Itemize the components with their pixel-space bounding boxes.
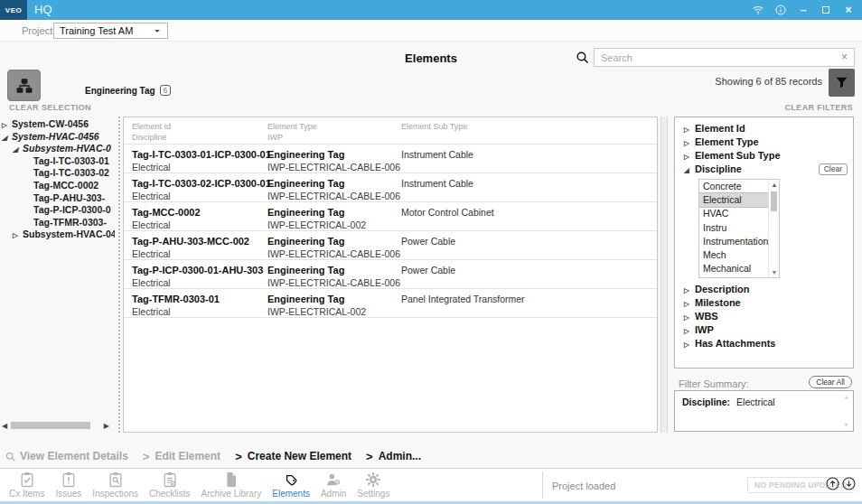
column-header[interactable]: Element Id: [132, 122, 171, 131]
filter-group[interactable]: Has Attachments: [675, 337, 853, 350]
clear-filters-link[interactable]: CLEAR FILTERS: [784, 103, 853, 112]
upload-button[interactable]: [825, 476, 840, 491]
filter-group[interactable]: Element Id: [675, 122, 853, 135]
filter-summary-box: Discipline:Electrical ▲ ▼: [674, 390, 854, 432]
tree-node[interactable]: System-HVAC-0456: [0, 131, 115, 144]
toolbar-item[interactable]: Inspections: [87, 471, 144, 499]
scrollbar-thumb[interactable]: [771, 191, 777, 211]
scrollbar-thumb[interactable]: [11, 422, 90, 429]
expander-icon[interactable]: [684, 297, 695, 311]
table-row[interactable]: Tag-I-TC-0303-01-ICP-0300-01 Engineering…: [124, 144, 657, 173]
filter-group[interactable]: IWP: [675, 323, 853, 337]
column-header[interactable]: Discipline: [132, 133, 167, 142]
filter-group[interactable]: Description: [675, 283, 853, 296]
tree-node[interactable]: Tag-MCC-0002: [0, 180, 115, 192]
scroll-down-icon[interactable]: ▼: [769, 269, 780, 275]
tree-expander-icon[interactable]: [2, 119, 12, 131]
column-header[interactable]: IWP: [267, 133, 283, 142]
close-button[interactable]: ×: [842, 4, 855, 16]
tree-horizontal-scrollbar[interactable]: ◀ ▶: [0, 421, 115, 431]
filter-group[interactable]: Element Type: [675, 135, 853, 149]
discipline-option[interactable]: Instru: [699, 221, 779, 235]
minimize-button[interactable]: –: [797, 4, 810, 16]
hierarchy-view-button[interactable]: [7, 70, 41, 101]
listbox-scrollbar[interactable]: ▲ ▼: [768, 180, 779, 277]
filter-toggle-button[interactable]: [829, 69, 855, 97]
expander-icon[interactable]: [684, 150, 695, 163]
tree-expander-icon[interactable]: [13, 144, 23, 155]
toolbar-items: Cx Items Issues Inspections Checklists A…: [4, 471, 395, 499]
tree-node[interactable]: Tag-P-AHU-303-: [0, 192, 115, 205]
toolbar-icon: [221, 471, 241, 489]
table-row[interactable]: Tag-I-TC-0303-02-ICP-0300-01 Engineering…: [124, 173, 657, 201]
column-header[interactable]: Element Type: [267, 122, 317, 131]
table-row[interactable]: Tag-MCC-0002 Engineering Tag Motor Contr…: [124, 201, 657, 230]
discipline-option[interactable]: Instrumentation: [699, 235, 779, 248]
expander-icon[interactable]: [684, 163, 695, 177]
toolbar-item[interactable]: Checklists: [144, 471, 196, 499]
filter-group[interactable]: Milestone: [675, 296, 853, 310]
scroll-left-icon[interactable]: ◀: [2, 422, 7, 430]
toolbar-item[interactable]: Issues: [50, 471, 87, 499]
action-label: View Element Details: [20, 450, 128, 462]
clear-discipline-button[interactable]: Clear: [819, 163, 848, 175]
download-button[interactable]: [841, 476, 857, 491]
table-row[interactable]: Tag-P-ICP-0300-01-AHU-303 Engineering Ta…: [124, 259, 657, 288]
search-input[interactable]: [595, 49, 854, 66]
toolbar-label: Issues: [55, 489, 81, 499]
expander-icon[interactable]: [684, 338, 695, 351]
discipline-option[interactable]: HVAC: [699, 207, 779, 220]
tree-node[interactable]: Tag-I-TC-0303-01: [0, 155, 115, 168]
search-clear-icon[interactable]: ×: [841, 51, 848, 63]
table-filter-splitter[interactable]: [661, 117, 668, 433]
scroll-right-icon[interactable]: ▶: [104, 422, 109, 430]
action-button[interactable]: > Create New Element: [235, 450, 351, 463]
tree-expander-icon[interactable]: [2, 132, 12, 144]
discipline-option[interactable]: Concrete: [699, 180, 779, 193]
expander-icon[interactable]: [684, 324, 695, 338]
cell-element-id: Tag-I-TC-0303-01-ICP-0300-01: [132, 149, 271, 160]
clear-selection-link[interactable]: CLEAR SELECTION: [9, 103, 91, 112]
action-button[interactable]: View Element Details: [5, 450, 128, 462]
project-dropdown[interactable]: Training Test AM: [53, 23, 168, 39]
expander-icon[interactable]: [684, 284, 695, 297]
discipline-option[interactable]: Mech: [699, 248, 779, 262]
table-row[interactable]: Tag-P-AHU-303-MCC-002 Engineering Tag Po…: [124, 230, 657, 259]
toolbar-item[interactable]: Settings: [351, 471, 395, 499]
maximize-button[interactable]: [820, 4, 832, 16]
cell-discipline: Electrical: [132, 191, 171, 201]
expander-icon[interactable]: [684, 136, 695, 150]
toolbar-item[interactable]: Elements: [267, 471, 315, 499]
tree-table-splitter[interactable]: [116, 117, 122, 433]
action-button[interactable]: > Admin...: [366, 450, 421, 463]
tree-expander-icon[interactable]: [13, 229, 23, 241]
toolbar-item[interactable]: Archive Library: [196, 471, 267, 499]
tree-node[interactable]: System-CW-0456: [0, 118, 115, 131]
toolbar-item[interactable]: Admin: [315, 471, 351, 499]
tree-node[interactable]: Tag-TFMR-0303-: [0, 217, 115, 229]
tree-node[interactable]: Subsystem-HVAC-04: [0, 229, 115, 241]
tree-node[interactable]: Tag-I-TC-0303-02: [0, 167, 115, 180]
column-header[interactable]: Element Sub Type: [401, 122, 467, 131]
toolbar-item[interactable]: Cx Items: [4, 471, 50, 499]
filter-group[interactable]: WBS: [675, 310, 853, 323]
cell-iwp: IWP-ELECTRICAL-002: [267, 219, 366, 230]
table-row[interactable]: Tag-TFMR-0303-01 Engineering Tag Panel I…: [124, 288, 657, 317]
expander-icon[interactable]: [684, 311, 695, 324]
tree-node[interactable]: Tag-P-ICP-0300-0: [0, 204, 115, 217]
tree-node[interactable]: Subsystem-HVAC-0: [0, 143, 115, 155]
toolbar-icon: [281, 471, 301, 489]
expander-icon[interactable]: [684, 123, 695, 136]
discipline-option[interactable]: Pipe: [699, 275, 779, 278]
discipline-option[interactable]: Mechanical: [699, 262, 779, 275]
filter-group-discipline[interactable]: Discipline Clear: [675, 163, 853, 176]
scroll-down-icon: ▼: [843, 422, 849, 428]
discipline-option[interactable]: Electrical: [699, 193, 779, 207]
info-icon[interactable]: [774, 4, 787, 16]
action-button[interactable]: > Edit Element: [143, 450, 220, 463]
toolbar-icon: [363, 471, 383, 489]
veo-logo: VEO: [0, 0, 27, 20]
filter-group[interactable]: Element Sub Type: [675, 149, 853, 163]
clear-all-button[interactable]: Clear All: [809, 376, 852, 388]
scroll-up-icon[interactable]: ▲: [769, 182, 780, 188]
